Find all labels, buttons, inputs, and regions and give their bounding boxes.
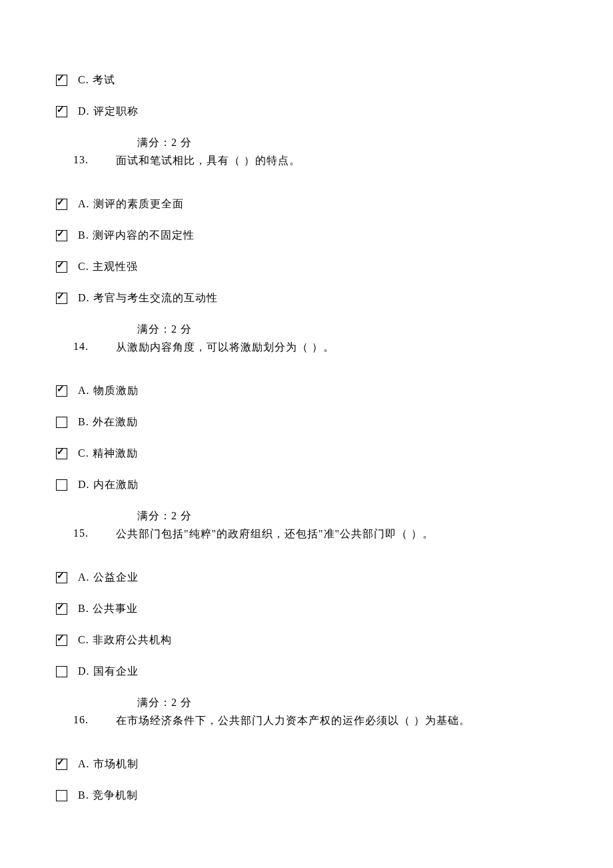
score-label: 满分：2 分 <box>137 136 557 150</box>
option-label: A. 公益企业 <box>74 571 139 585</box>
score-label: 满分：2 分 <box>137 323 557 337</box>
option-row: C. 精神激励 <box>56 447 557 461</box>
option-label: D. 国有企业 <box>74 665 139 679</box>
option-row: D. 国有企业 <box>56 665 557 679</box>
option-row: D. 内在激励 <box>56 478 557 492</box>
question-text: 在市场经济条件下，公共部门人力资本产权的运作必须以（ ）为基础。 <box>116 714 557 728</box>
option-row: B. 外在激励 <box>56 415 557 429</box>
option-row: A. 物质激励 <box>56 384 557 398</box>
checkbox-icon[interactable] <box>56 666 67 677</box>
checkbox-icon[interactable] <box>56 75 67 86</box>
option-label: B. 公共事业 <box>74 602 138 616</box>
option-label: B. 竞争机制 <box>74 789 138 803</box>
option-label: B. 外在激励 <box>74 415 138 429</box>
question-number: 14. <box>73 341 116 355</box>
option-label: A. 测评的素质更全面 <box>74 197 184 211</box>
checkbox-icon[interactable] <box>56 417 67 428</box>
option-label: C. 精神激励 <box>74 447 138 461</box>
option-label: A. 市场机制 <box>74 757 139 771</box>
question-text: 面试和笔试相比，具有（ ）的特点。 <box>116 154 557 168</box>
checkbox-icon[interactable] <box>56 603 67 615</box>
checkbox-icon[interactable] <box>56 635 67 646</box>
checkbox-icon[interactable] <box>56 572 67 583</box>
option-row: B. 竞争机制 <box>56 789 557 803</box>
option-label: C. 主观性强 <box>74 260 138 274</box>
option-label: D. 评定职称 <box>74 105 139 119</box>
checkbox-icon[interactable] <box>56 293 67 304</box>
checkbox-icon[interactable] <box>56 199 67 210</box>
option-row: A. 市场机制 <box>56 757 557 771</box>
option-row: A. 测评的素质更全面 <box>56 197 557 211</box>
option-row: A. 公益企业 <box>56 571 557 585</box>
question-number: 16. <box>73 714 116 728</box>
checkbox-icon[interactable] <box>56 759 67 770</box>
checkbox-icon[interactable] <box>56 385 67 397</box>
option-label: D. 内在激励 <box>74 478 139 492</box>
option-label: B. 测评内容的不固定性 <box>74 229 195 243</box>
option-row: D. 评定职称 <box>56 105 557 119</box>
question-text: 公共部门包括"纯粹"的政府组织，还包括"准"公共部门即（ ）。 <box>116 527 557 541</box>
score-label: 满分：2 分 <box>137 696 557 710</box>
score-label: 满分：2 分 <box>137 509 557 523</box>
option-row: C. 非政府公共机构 <box>56 633 557 647</box>
question-14: 14. 从激励内容角度，可以将激励划分为（ ）。 <box>73 341 557 355</box>
option-row: B. 测评内容的不固定性 <box>56 229 557 243</box>
checkbox-icon[interactable] <box>56 106 67 117</box>
question-number: 13. <box>73 154 116 168</box>
option-label: C. 非政府公共机构 <box>74 633 172 647</box>
option-label: A. 物质激励 <box>74 384 139 398</box>
question-15: 15. 公共部门包括"纯粹"的政府组织，还包括"准"公共部门即（ ）。 <box>73 527 557 541</box>
option-row: C. 主观性强 <box>56 260 557 274</box>
question-number: 15. <box>73 527 116 541</box>
option-row: C. 考试 <box>56 73 557 87</box>
question-13: 13. 面试和笔试相比，具有（ ）的特点。 <box>73 154 557 168</box>
question-16: 16. 在市场经济条件下，公共部门人力资本产权的运作必须以（ ）为基础。 <box>73 714 557 728</box>
question-text: 从激励内容角度，可以将激励划分为（ ）。 <box>116 341 557 355</box>
checkbox-icon[interactable] <box>56 261 67 273</box>
option-label: D. 考官与考生交流的互动性 <box>74 291 218 305</box>
checkbox-icon[interactable] <box>56 790 67 801</box>
checkbox-icon[interactable] <box>56 448 67 459</box>
option-row: B. 公共事业 <box>56 602 557 616</box>
option-label: C. 考试 <box>74 73 115 87</box>
page-content: C. 考试 D. 评定职称 满分：2 分 13. 面试和笔试相比，具有（ ）的特… <box>0 0 613 860</box>
checkbox-icon[interactable] <box>56 230 67 241</box>
checkbox-icon[interactable] <box>56 479 67 491</box>
option-row: D. 考官与考生交流的互动性 <box>56 291 557 305</box>
